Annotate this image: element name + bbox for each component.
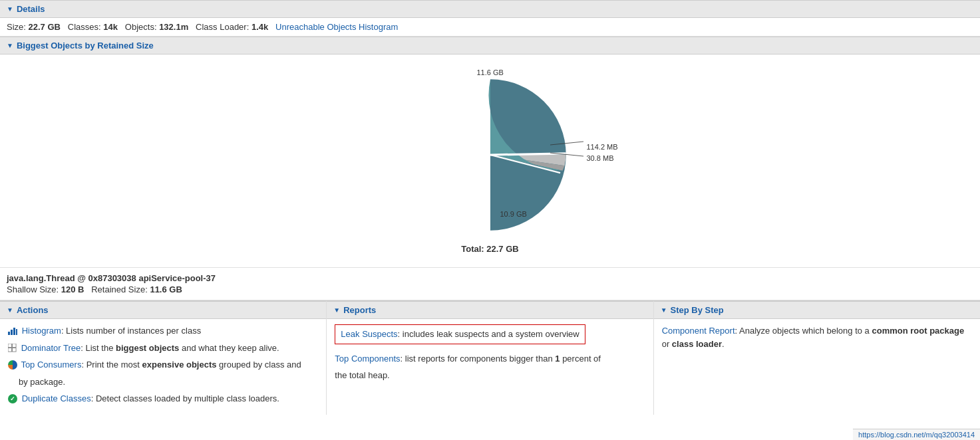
biggest-objects-arrow: ▼ — [7, 42, 13, 49]
classes-value: 14k — [103, 22, 118, 32]
retained-value: 11.6 GB — [150, 284, 182, 294]
actions-content: Histogram: Lists number of instances per… — [0, 319, 326, 415]
reports-column: ▼ Reports Leak Suspects: includes leak s… — [327, 301, 653, 415]
svg-rect-4 — [13, 328, 15, 335]
shallow-value: 120 B — [61, 284, 84, 294]
step-by-step-header: ▼ Step By Step — [654, 301, 980, 319]
histogram-link[interactable]: Unreachable Objects Histogram — [275, 22, 398, 32]
top-components-action: Top Components: list reports for compone… — [335, 352, 645, 366]
consumers-icon — [8, 360, 17, 370]
retained-label: Retained Size: — [91, 284, 148, 294]
chart-section: 11.6 GB 114.2 MB 30.8 MB 10.9 GB Total: … — [0, 55, 980, 268]
duplicate-action-link[interactable]: Duplicate Classes — [22, 393, 91, 403]
class-loader-label: Class Loader: — [196, 22, 249, 32]
reports-content: Leak Suspects: includes leak suspects an… — [327, 319, 653, 391]
three-columns: ▼ Actions Histogram: Lists number of ins… — [0, 300, 980, 415]
top-components-link[interactable]: Top Components — [335, 354, 400, 364]
svg-line-0 — [550, 142, 583, 145]
chart-total: Total: 22.7 GB — [461, 244, 518, 254]
histogram-icon — [8, 326, 17, 335]
size-value: 22.7 GB — [29, 22, 61, 32]
class-loader-value: 1.4k — [251, 22, 268, 32]
step-by-step-column: ▼ Step By Step Component Report: Analyze… — [654, 301, 980, 415]
chart-container: 11.6 GB 114.2 MB 30.8 MB 10.9 GB Total: … — [7, 61, 973, 261]
component-report-link[interactable]: Component Report — [662, 326, 735, 336]
histogram-action-link[interactable]: Histogram — [22, 326, 61, 336]
histogram-action: Histogram: Lists number of instances per… — [8, 324, 318, 338]
dominator-action: Dominator Tree: List the biggest objects… — [8, 342, 318, 355]
dominator-action-link[interactable]: Dominator Tree — [21, 343, 81, 353]
dominator-icon — [8, 344, 17, 352]
component-report-action: Component Report: Analyze objects which … — [662, 324, 972, 350]
consumers-action: Top Consumers: Print the most expensive … — [8, 358, 318, 372]
reports-header: ▼ Reports — [327, 301, 653, 319]
svg-rect-2 — [8, 332, 10, 335]
duplicate-action: ✓ Duplicate Classes: Detect classes load… — [8, 392, 318, 405]
step-by-step-content: Component Report: Analyze objects which … — [654, 319, 980, 360]
actions-header: ▼ Actions — [0, 301, 326, 319]
svg-rect-5 — [16, 329, 17, 335]
size-label: Size: — [7, 22, 26, 32]
svg-rect-3 — [11, 330, 13, 335]
objects-value: 132.1m — [159, 22, 188, 32]
leak-suspects-action: Leak Suspects: includes leak suspects an… — [335, 324, 645, 348]
label-segment4: 10.9 GB — [500, 210, 527, 218]
objects-label: Objects: — [125, 22, 157, 32]
duplicate-icon: ✓ — [8, 394, 17, 403]
label-segment1: 11.6 GB — [477, 68, 504, 76]
svg-rect-8 — [8, 348, 12, 352]
chart-inner: 11.6 GB 114.2 MB 30.8 MB 10.9 GB Total: … — [397, 68, 583, 254]
svg-rect-9 — [13, 348, 17, 352]
label-segment2: 114.2 MB 30.8 MB — [554, 142, 618, 165]
thread-info: java.lang.Thread @ 0x87303038 apiService… — [0, 268, 980, 300]
biggest-objects-title: Biggest Objects by Retained Size — [17, 41, 154, 51]
top-components-line2: the total heap. — [335, 369, 645, 382]
biggest-objects-header: ▼ Biggest Objects by Retained Size — [0, 37, 980, 55]
details-arrow: ▼ — [7, 5, 13, 13]
pie-chart-wrapper: 11.6 GB 114.2 MB 30.8 MB 10.9 GB — [397, 68, 583, 241]
label-lines — [550, 138, 603, 165]
shallow-label: Shallow Size: — [7, 284, 59, 294]
details-content: Size: 22.7 GB Classes: 14k Objects: 132.… — [0, 18, 980, 37]
thread-size: Shallow Size: 120 B Retained Size: 11.6 … — [7, 284, 973, 294]
svg-rect-6 — [8, 344, 12, 348]
actions-column: ▼ Actions Histogram: Lists number of ins… — [0, 301, 327, 415]
svg-line-1 — [550, 153, 583, 156]
leak-suspects-link[interactable]: Leak Suspects — [341, 329, 397, 339]
leak-suspects-box: Leak Suspects: includes leak suspects an… — [335, 324, 585, 344]
consumers-action-link[interactable]: Top Consumers — [21, 360, 81, 370]
thread-name: java.lang.Thread @ 0x87303038 apiService… — [7, 273, 973, 283]
svg-rect-7 — [13, 344, 17, 348]
classes-label: Classes: — [68, 22, 101, 32]
details-header: ▼ Details — [0, 0, 980, 18]
consumers-action-line2: by package. — [8, 376, 318, 389]
